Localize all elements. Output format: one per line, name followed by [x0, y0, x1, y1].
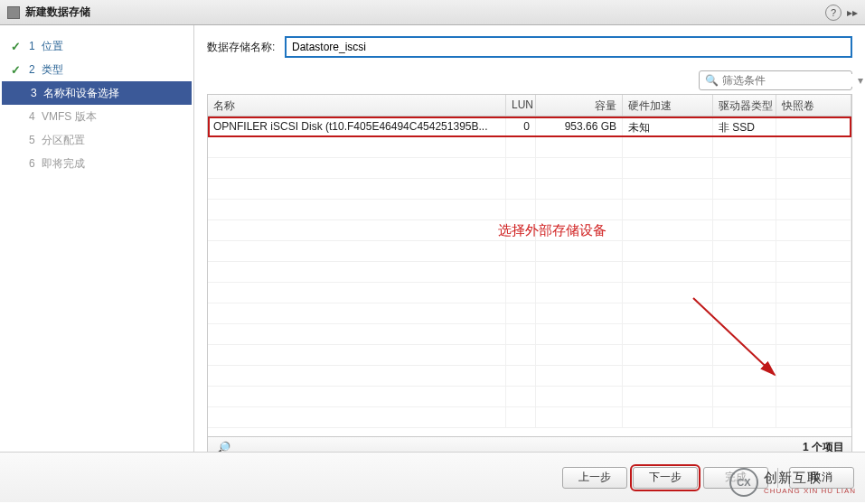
- help-button[interactable]: ?: [825, 5, 841, 21]
- datastore-name-input[interactable]: [285, 36, 852, 58]
- datastore-name-label: 数据存储名称:: [207, 40, 285, 55]
- col-hw-accel[interactable]: 硬件加速: [623, 95, 713, 116]
- device-row[interactable]: OPNFILER iSCSI Disk (t10.F405E46494C4542…: [208, 117, 851, 137]
- step-location[interactable]: ✓ 1 位置: [0, 34, 193, 58]
- step-type[interactable]: ✓ 2 类型: [0, 58, 193, 81]
- col-name[interactable]: 名称: [208, 95, 506, 116]
- finish-button: 完成: [703, 467, 768, 489]
- expand-icon[interactable]: ▸▸: [847, 6, 858, 19]
- col-capacity[interactable]: 容量: [536, 95, 623, 116]
- window-icon: [7, 6, 20, 19]
- grid-header: 名称 LUN 容量 硬件加速 驱动器类型 快照卷: [208, 95, 851, 117]
- filter-input[interactable]: [722, 74, 858, 87]
- wizard-steps: ✓ 1 位置 ✓ 2 类型 3 名称和设备选择 4 VMFS 版本 5 分区配置…: [0, 25, 194, 452]
- col-lun[interactable]: LUN: [506, 95, 536, 116]
- col-snapshot[interactable]: 快照卷: [776, 95, 851, 116]
- search-icon: 🔍: [705, 74, 719, 87]
- device-grid: 名称 LUN 容量 硬件加速 驱动器类型 快照卷 OPNFILER iSCSI …: [207, 94, 852, 459]
- col-drive-type[interactable]: 驱动器类型: [713, 95, 776, 116]
- step-finish: 6 即将完成: [0, 152, 193, 175]
- window-title: 新建数据存储: [25, 5, 825, 20]
- step-partition: 5 分区配置: [0, 128, 193, 152]
- check-icon: ✓: [11, 40, 24, 53]
- step-name-device[interactable]: 3 名称和设备选择: [2, 81, 192, 105]
- annotation-text: 选择外部存储设备: [498, 222, 606, 239]
- step-vmfs-version: 4 VMFS 版本: [0, 105, 193, 128]
- prev-button[interactable]: 上一步: [562, 467, 627, 489]
- wizard-footer: 上一步 下一步 完成 取消 CX 创新互联 CHUANG XIN HU LIAN: [0, 452, 865, 502]
- check-icon: ✓: [11, 63, 24, 77]
- next-button[interactable]: 下一步: [633, 467, 698, 489]
- cancel-button[interactable]: 取消: [789, 467, 854, 489]
- chevron-down-icon[interactable]: ▾: [858, 74, 863, 87]
- filter-box[interactable]: 🔍 ▾: [699, 70, 852, 90]
